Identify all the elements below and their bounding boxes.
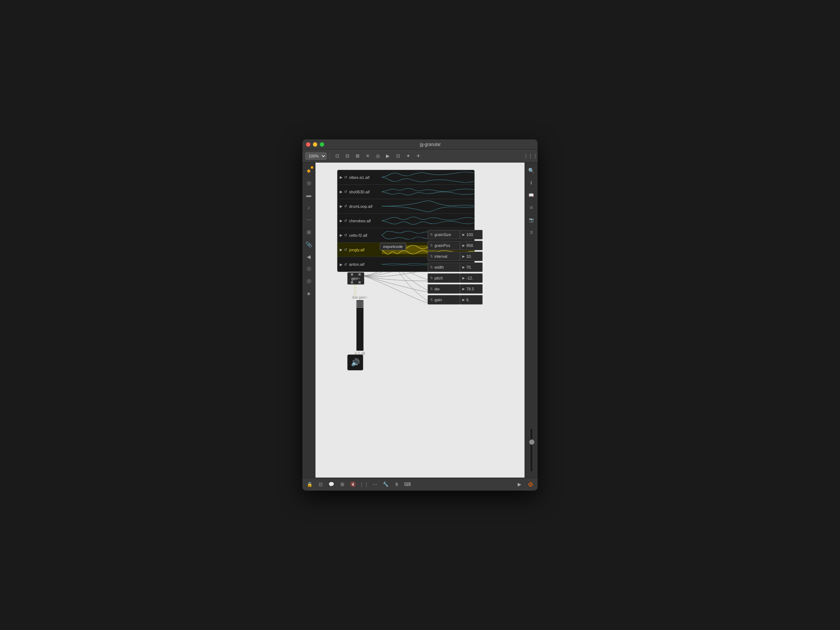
param-name-interval: interval bbox=[434, 254, 447, 258]
sidebar-icon-back[interactable]: ◀ bbox=[304, 252, 314, 262]
select-btn[interactable]: ⊡ bbox=[316, 480, 325, 488]
param-val-arrow-grainSize: ▶ bbox=[462, 233, 465, 236]
bar-btn[interactable]: ⏸ bbox=[392, 480, 401, 488]
param-value-dw[interactable]: ▶ 78.5 bbox=[460, 284, 483, 294]
sample-row-1: ▶ ↺ vibes-a1.aif bbox=[338, 170, 474, 185]
toolbar-btn-3[interactable]: ⊠ bbox=[353, 152, 362, 160]
sidebar-icon-arrows[interactable]: ⋯ bbox=[304, 215, 314, 225]
play-btn-3[interactable]: ▶ bbox=[340, 204, 343, 208]
toolbar-btn-6[interactable]: ▶ bbox=[384, 152, 392, 160]
loop-btn-7[interactable]: ↺ bbox=[344, 263, 347, 266]
sidebar-icon-star[interactable]: ★ bbox=[304, 288, 314, 299]
param-label-dw[interactable]: ⇅ dw bbox=[428, 284, 460, 294]
main-window: jg-granular 100% 75% 150% ⊡ ⊟ ⊠ ✕ ◎ ▶ ⊡ … bbox=[302, 139, 538, 491]
bottom-toolbar: 🔒 ⊡ 💬 ⊞ 🔇 ⋮⋮ ⋯ 🔧 ⏸ ⌨ ▶ ⏻ bbox=[302, 478, 538, 491]
param-value-width[interactable]: ▶ 70. bbox=[460, 263, 483, 272]
loop-btn-2[interactable]: ↺ bbox=[344, 190, 347, 194]
grid-view-btn[interactable]: ⋮⋮⋮ bbox=[526, 152, 535, 160]
sidebar-icon-book[interactable]: 📖 bbox=[526, 190, 537, 200]
param-arrow-dw: ⇅ bbox=[430, 287, 433, 291]
param-val-arrow-dw: ▶ bbox=[462, 287, 465, 291]
volume-track bbox=[530, 428, 533, 472]
sidebar-icon-sliders[interactable]: ⧖ bbox=[526, 227, 537, 237]
toolbar-btn-2[interactable]: ⊟ bbox=[343, 152, 352, 160]
param-row-pitch: ⇅ pitch ▶ -12. bbox=[428, 273, 483, 283]
toolbar-btn-5[interactable]: ◎ bbox=[373, 152, 382, 160]
play-btn-1[interactable]: ▶ bbox=[340, 175, 343, 179]
outlet-1 bbox=[351, 281, 353, 283]
toolbar-btn-7[interactable]: ⊡ bbox=[393, 152, 402, 160]
wrench-btn[interactable]: 🔧 bbox=[381, 480, 390, 488]
gain-thumb[interactable] bbox=[357, 301, 363, 308]
sidebar-icon-h[interactable]: Ⓗ bbox=[304, 276, 314, 287]
play-btn-6[interactable]: ▶ bbox=[340, 248, 343, 252]
inlet-1 bbox=[351, 273, 353, 275]
speaker-object[interactable]: 🔊 bbox=[347, 355, 363, 370]
toolbar-btn-4[interactable]: ✕ bbox=[363, 152, 372, 160]
param-val-arrow-width: ▶ bbox=[462, 265, 465, 269]
param-row-gain: ⇅ gain ▶ 6. bbox=[428, 295, 483, 305]
sidebar-icon-monitor[interactable]: ▬ bbox=[304, 190, 314, 200]
param-label-grainSize[interactable]: ⇅ grainSize bbox=[428, 230, 460, 239]
exportcode-object[interactable]: exportcode bbox=[380, 243, 406, 250]
sidebar-icon-v[interactable]: Ⓥ bbox=[304, 264, 314, 274]
param-label-pitch[interactable]: ⇅ pitch bbox=[428, 273, 460, 283]
sidebar-icon-clip[interactable]: 📎 bbox=[304, 239, 314, 250]
sidebar-icon-image[interactable]: ⊞ bbox=[304, 227, 314, 237]
power-btn[interactable]: ⏻ bbox=[526, 480, 535, 488]
lock-btn[interactable]: 🔒 bbox=[305, 480, 314, 488]
play-btn-2[interactable]: ▶ bbox=[340, 190, 343, 194]
param-value-grainSize[interactable]: ▶ 100. bbox=[460, 230, 483, 239]
param-value-pitch[interactable]: ▶ -12. bbox=[460, 273, 483, 283]
mute-btn[interactable]: 🔇 bbox=[349, 480, 357, 488]
sample-controls-7: ▶ ↺ bbox=[338, 263, 349, 266]
gain-slider[interactable] bbox=[356, 300, 363, 351]
param-arrow-width: ⇅ bbox=[430, 265, 433, 269]
connect-btn[interactable]: ⋯ bbox=[370, 480, 379, 488]
outlet-2 bbox=[358, 281, 361, 283]
grid-btn[interactable]: ⋮⋮ bbox=[360, 480, 368, 488]
volume-knob[interactable] bbox=[529, 440, 534, 445]
play-dsp-btn[interactable]: ▶ bbox=[515, 480, 524, 488]
toolbar-btn-9[interactable]: ✈ bbox=[414, 152, 423, 160]
toolbar-btn-1[interactable]: ⊡ bbox=[333, 152, 341, 160]
sample-controls-4: ▶ ↺ bbox=[338, 219, 349, 223]
sample-name-1: vibes-a1.aif bbox=[349, 175, 382, 180]
toolbar-btn-8[interactable]: ✦ bbox=[404, 152, 412, 160]
maximize-button[interactable] bbox=[320, 142, 324, 147]
sample-row-4: ▶ ↺ cherokee.aif bbox=[338, 214, 474, 228]
param-panel: ⇅ grainSize ▶ 100. ⇅ grainPos bbox=[428, 230, 483, 306]
keyboard-btn[interactable]: ⌨ bbox=[403, 480, 412, 488]
sidebar-icon-search[interactable]: 🔍 bbox=[526, 165, 537, 176]
param-value-grainPos[interactable]: ▶ 958. bbox=[460, 241, 483, 250]
group-btn[interactable]: ⊞ bbox=[338, 480, 347, 488]
sidebar-icon-target[interactable]: ◎ bbox=[304, 178, 314, 188]
sidebar-icon-camera[interactable]: 📷 bbox=[526, 215, 537, 225]
loop-btn-1[interactable]: ↺ bbox=[344, 175, 347, 179]
play-btn-5[interactable]: ▶ bbox=[340, 233, 343, 237]
param-label-gain[interactable]: ⇅ gain bbox=[428, 295, 460, 304]
play-btn-4[interactable]: ▶ bbox=[340, 219, 343, 223]
param-value-interval[interactable]: ▶ 10. bbox=[460, 252, 483, 261]
play-btn-7[interactable]: ▶ bbox=[340, 263, 343, 266]
sample-name-6: jongly.aif bbox=[349, 248, 382, 252]
sidebar-icon-layers[interactable]: ◆ bbox=[304, 165, 314, 176]
param-label-grainPos[interactable]: ⇅ grainPos bbox=[428, 241, 460, 250]
sidebar-icon-info[interactable]: ℹ bbox=[526, 178, 537, 188]
zoom-select[interactable]: 100% 75% 150% bbox=[305, 152, 327, 160]
gen-object[interactable]: gen~ bbox=[347, 272, 364, 285]
comment-btn[interactable]: 💬 bbox=[327, 480, 336, 488]
loop-btn-5[interactable]: ↺ bbox=[344, 233, 347, 237]
minimize-button[interactable] bbox=[313, 142, 317, 147]
sidebar-icon-list[interactable]: ≡ bbox=[526, 203, 537, 212]
param-arrow-pitch: ⇅ bbox=[430, 276, 433, 280]
param-value-gain[interactable]: ▶ 6. bbox=[460, 295, 483, 304]
param-label-width[interactable]: ⇅ width bbox=[428, 263, 460, 272]
sidebar-icon-note[interactable]: ♪ bbox=[304, 203, 314, 212]
loop-btn-4[interactable]: ↺ bbox=[344, 219, 347, 223]
param-label-interval[interactable]: ⇅ interval bbox=[428, 252, 460, 261]
close-button[interactable] bbox=[306, 142, 310, 147]
loop-btn-6[interactable]: ↺ bbox=[344, 248, 347, 252]
loop-btn-3[interactable]: ↺ bbox=[344, 204, 347, 208]
param-row-grainPos: ⇅ grainPos ▶ 958. bbox=[428, 241, 483, 250]
